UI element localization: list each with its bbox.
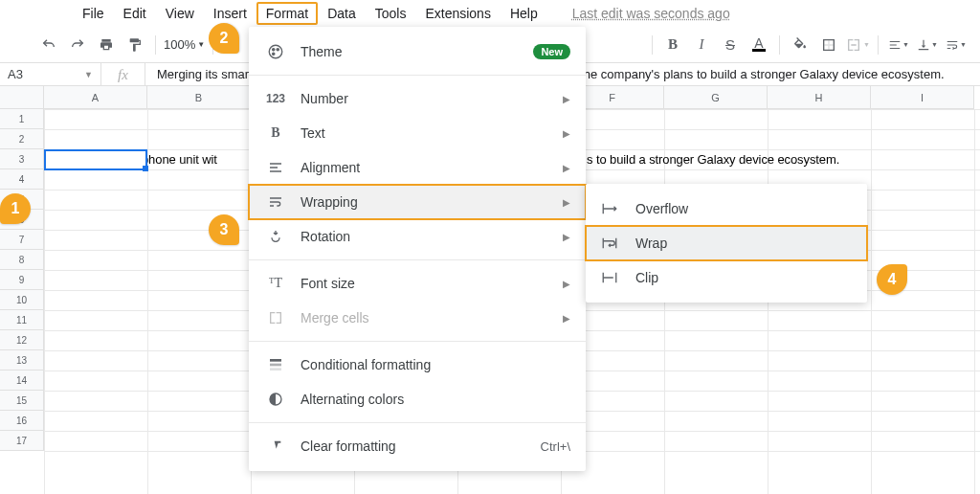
- row-header[interactable]: 2: [0, 129, 44, 149]
- menu-item-wrapping[interactable]: Wrapping ▶: [249, 185, 586, 219]
- clear-format-icon: [264, 438, 287, 454]
- cell-a3-text-continued: s to build a stronger Galaxy device ecos…: [587, 152, 839, 167]
- menu-insert[interactable]: Insert: [204, 2, 256, 25]
- menu-data[interactable]: Data: [318, 2, 366, 25]
- menu-item-alternating-colors[interactable]: Alternating colors: [249, 382, 586, 416]
- format-menu-dropdown: Theme New 123 Number ▶ B Text ▶ Alignmen…: [249, 27, 586, 471]
- menu-item-clear-formatting[interactable]: Clear formatting Ctrl+\: [249, 429, 586, 463]
- horizontal-align-button[interactable]: ▼: [884, 33, 913, 57]
- menu-format[interactable]: Format: [256, 2, 318, 25]
- column-header[interactable]: G: [664, 86, 768, 109]
- zoom-select[interactable]: 100%▼: [162, 37, 207, 52]
- menu-edit[interactable]: Edit: [114, 2, 156, 25]
- strikethrough-button[interactable]: S: [716, 33, 745, 57]
- fill-color-button[interactable]: [786, 33, 814, 57]
- menu-separator: [249, 259, 586, 260]
- cell-selection[interactable]: [44, 149, 147, 170]
- submenu-item-overflow[interactable]: Overflow: [586, 191, 867, 226]
- bold-button[interactable]: B: [658, 33, 687, 57]
- menu-help[interactable]: Help: [501, 2, 547, 25]
- submenu-label: Wrap: [635, 236, 667, 251]
- text-wrap-button[interactable]: ▼: [942, 33, 970, 57]
- row-header[interactable]: 1: [0, 109, 44, 129]
- merge-cells-button[interactable]: ▼: [843, 33, 872, 57]
- wrap-icon: [601, 236, 622, 250]
- menu-extensions[interactable]: Extensions: [415, 2, 500, 25]
- menu-file[interactable]: File: [73, 2, 114, 25]
- menu-label: Theme: [301, 44, 343, 59]
- menu-label: Rotation: [301, 229, 350, 244]
- menu-item-number[interactable]: 123 Number ▶: [249, 81, 586, 116]
- menu-view[interactable]: View: [156, 2, 204, 25]
- svg-point-2: [277, 49, 278, 51]
- column-header[interactable]: H: [768, 86, 871, 109]
- toolbar-separator: [878, 35, 879, 55]
- fx-icon: fx: [101, 63, 145, 86]
- menu-item-rotation[interactable]: Rotation ▶: [249, 219, 586, 254]
- borders-button[interactable]: [814, 33, 843, 57]
- submenu-item-wrap[interactable]: Wrap: [586, 226, 867, 260]
- submenu-arrow-icon: ▶: [563, 279, 570, 289]
- print-icon[interactable]: [92, 33, 121, 57]
- row-header[interactable]: 15: [0, 391, 44, 411]
- italic-button[interactable]: I: [687, 33, 716, 57]
- font-size-icon: TT: [264, 276, 287, 291]
- redo-icon[interactable]: [63, 33, 92, 57]
- overflow-icon: [601, 202, 622, 215]
- submenu-label: Overflow: [635, 201, 688, 216]
- submenu-arrow-icon: ▶: [563, 197, 570, 208]
- menu-label: Conditional formatting: [301, 357, 431, 372]
- number-icon: 123: [264, 92, 287, 105]
- row-header[interactable]: 12: [0, 330, 44, 350]
- row-header[interactable]: 9: [0, 270, 44, 290]
- vertical-align-button[interactable]: ▼: [913, 33, 942, 57]
- theme-icon: [264, 43, 287, 60]
- select-all-corner[interactable]: [0, 86, 44, 109]
- row-header[interactable]: 17: [0, 431, 44, 451]
- submenu-arrow-icon: ▶: [563, 232, 570, 242]
- menu-label: Number: [301, 91, 348, 106]
- menu-shortcut: Ctrl+\: [541, 439, 570, 454]
- svg-point-1: [273, 49, 275, 51]
- menu-item-theme[interactable]: Theme New: [249, 34, 586, 69]
- text-color-button[interactable]: A: [745, 33, 773, 57]
- menu-item-merge-cells: Merge cells ▶: [249, 301, 586, 335]
- row-header[interactable]: 8: [0, 250, 44, 270]
- last-edit-link[interactable]: Last edit was seconds ago: [572, 6, 730, 21]
- submenu-arrow-icon: ▶: [563, 163, 570, 173]
- submenu-item-clip[interactable]: Clip: [586, 260, 867, 295]
- menu-item-alignment[interactable]: Alignment ▶: [249, 150, 586, 185]
- row-header[interactable]: 13: [0, 350, 44, 370]
- menu-item-text[interactable]: B Text ▶: [249, 116, 586, 150]
- menu-item-font-size[interactable]: TT Font size ▶: [249, 266, 586, 301]
- menu-label: Wrapping: [301, 194, 358, 210]
- clip-icon: [601, 271, 622, 284]
- wrapping-icon: [264, 194, 287, 210]
- row-header[interactable]: 7: [0, 230, 44, 250]
- row-header[interactable]: 3: [0, 149, 44, 169]
- svg-point-3: [273, 53, 275, 55]
- row-header[interactable]: 4: [0, 169, 44, 190]
- row-header[interactable]: 11: [0, 310, 44, 330]
- row-header[interactable]: 16: [0, 411, 44, 431]
- undo-icon[interactable]: [34, 33, 63, 57]
- svg-rect-5: [270, 364, 281, 367]
- name-box[interactable]: A3 ▼: [0, 63, 101, 86]
- row-header[interactable]: 14: [0, 370, 44, 391]
- submenu-label: Clip: [635, 270, 658, 285]
- menu-label: Font size: [301, 276, 355, 291]
- column-header[interactable]: I: [871, 86, 974, 109]
- column-header[interactable]: B: [147, 86, 251, 109]
- annotation-bubble-1: 1: [0, 193, 31, 224]
- menu-label: Alignment: [301, 160, 360, 175]
- rotation-icon: [264, 229, 287, 244]
- paint-format-icon[interactable]: [121, 33, 149, 57]
- menu-separator: [249, 422, 586, 423]
- annotation-bubble-4: 4: [877, 264, 907, 295]
- wrapping-submenu: Overflow Wrap Clip: [586, 184, 867, 303]
- column-header[interactable]: A: [44, 86, 147, 109]
- chevron-down-icon: ▼: [84, 70, 93, 79]
- row-header[interactable]: 10: [0, 290, 44, 310]
- menu-tools[interactable]: Tools: [366, 2, 416, 25]
- menu-item-conditional-formatting[interactable]: Conditional formatting: [249, 348, 586, 382]
